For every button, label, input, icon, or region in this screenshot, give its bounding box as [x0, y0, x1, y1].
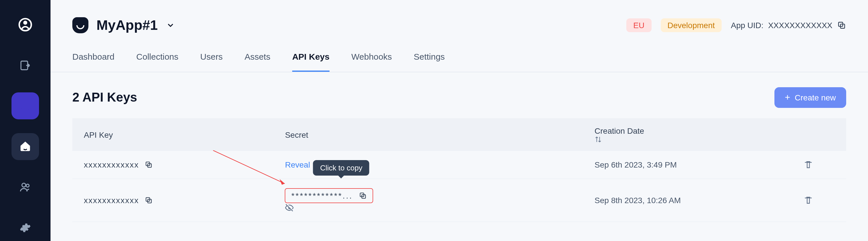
trash-icon[interactable] [803, 160, 835, 170]
app-name: MyApp#1 [96, 17, 158, 33]
tab-dashboard[interactable]: Dashboard [72, 44, 115, 72]
tab-webhooks[interactable]: Webhooks [351, 44, 392, 72]
table-row: xxxxxxxxxxxx Reveal Sep 6th 2023, 3:49 P… [72, 151, 846, 179]
copy-icon[interactable] [837, 21, 846, 30]
table-row: xxxxxxxxxxxx ************... [72, 179, 846, 222]
trash-icon[interactable] [803, 196, 835, 205]
nav-item-exit[interactable] [11, 52, 39, 79]
table-wrapper: API Key Secret Creation Date [72, 118, 846, 222]
topbar: MyApp#1 EU Development App UID: XXXXXXXX… [51, 0, 868, 44]
svg-point-4 [22, 183, 26, 187]
sidebar [0, 0, 51, 241]
tab-api-keys[interactable]: API Keys [292, 44, 330, 72]
tab-assets[interactable]: Assets [245, 44, 270, 72]
section-title: 2 API Keys [72, 90, 137, 105]
api-keys-section: 2 API Keys + Create new API Key Secret C… [51, 72, 868, 237]
sort-icon[interactable] [594, 136, 780, 143]
nav-item-settings[interactable] [11, 214, 39, 241]
brand-logo-icon[interactable] [11, 11, 39, 38]
th-api-key: API Key [72, 118, 274, 151]
tab-settings[interactable]: Settings [414, 44, 445, 72]
chevron-down-icon[interactable] [166, 21, 175, 30]
secret-masked-box[interactable]: ************... [285, 188, 373, 203]
copy-icon[interactable] [145, 161, 153, 169]
app-uid-label: App UID: [731, 21, 764, 30]
create-new-button[interactable]: + Create new [774, 87, 846, 108]
create-new-label: Create new [795, 93, 836, 102]
eye-off-icon[interactable] [285, 203, 571, 213]
nav-item-home[interactable] [11, 133, 39, 160]
nav-item-current-app[interactable] [11, 93, 39, 119]
api-key-value: xxxxxxxxxxxx [84, 196, 139, 205]
app-meta: EU Development App UID: XXXXXXXXXXXX [626, 19, 846, 32]
tab-collections[interactable]: Collections [136, 44, 179, 72]
tab-users[interactable]: Users [200, 44, 223, 72]
creation-date: Sep 8th 2023, 10:26 AM [583, 179, 792, 222]
app-selector[interactable]: MyApp#1 [72, 17, 175, 33]
app-uid-value: XXXXXXXXXXXX [768, 21, 832, 30]
tabs: Dashboard Collections Users Assets API K… [51, 44, 868, 72]
app-uid: App UID: XXXXXXXXXXXX [731, 21, 846, 30]
th-date[interactable]: Creation Date [583, 118, 792, 151]
svg-rect-3 [22, 102, 29, 110]
creation-date: Sep 6th 2023, 3:49 PM [583, 151, 792, 179]
env-badge: Development [660, 19, 722, 32]
th-actions [792, 118, 846, 151]
api-key-value: xxxxxxxxxxxx [84, 160, 139, 170]
copy-icon[interactable] [145, 197, 153, 205]
secret-masked-value: ************... [291, 192, 353, 201]
app-icon [72, 17, 88, 33]
copy-icon[interactable] [359, 192, 367, 200]
main-panel: MyApp#1 EU Development App UID: XXXXXXXX… [51, 0, 868, 241]
api-keys-table: API Key Secret Creation Date [72, 118, 846, 222]
nav-item-users[interactable] [11, 174, 39, 200]
region-badge: EU [626, 19, 651, 32]
plus-icon: + [785, 93, 790, 102]
th-date-label: Creation Date [594, 126, 644, 135]
tooltip-click-to-copy: Click to copy [313, 160, 369, 176]
th-secret: Secret [274, 118, 583, 151]
reveal-secret-link[interactable]: Reveal [285, 160, 310, 170]
svg-point-5 [26, 184, 29, 187]
svg-point-1 [23, 21, 27, 25]
